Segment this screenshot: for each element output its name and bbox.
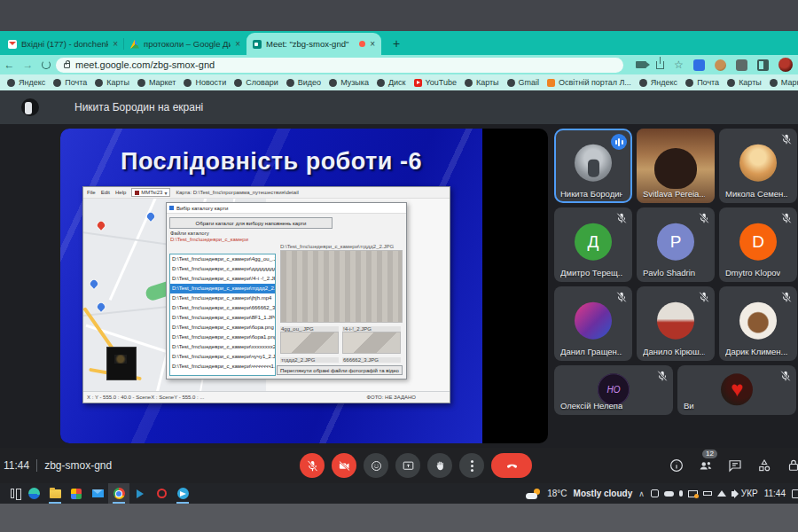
participant-tile[interactable]: Никита Бородин: [554, 129, 632, 203]
thumbnail[interactable]: !4-i-!_2.JPG: [342, 326, 401, 354]
extensions-puzzle-icon[interactable]: [736, 59, 747, 71]
participant-tile[interactable]: НО Олексій Нелепа: [554, 365, 673, 415]
participant-tile[interactable]: Svitlava Pereia...: [637, 129, 715, 203]
camera-in-use-icon[interactable]: [636, 61, 646, 68]
file-list-item[interactable]: D:\Test_fmc\шедеври_с_камери\чучу1_2.JPG: [170, 352, 275, 362]
file-list-item[interactable]: D:\Test_fmc\шедеври_с_камери\бора1.png: [170, 332, 275, 342]
file-list-item[interactable]: D:\Test_fmc\шедеври_с_камери\бора.png: [170, 323, 275, 332]
bing-button[interactable]: [129, 483, 151, 504]
address-bar[interactable]: meet.google.com/zbg-smox-gnd: [56, 58, 623, 73]
menu-edit[interactable]: Edit: [101, 190, 110, 195]
tab-close-icon[interactable]: [370, 39, 375, 49]
notification-center-icon[interactable]: [792, 489, 798, 498]
participant-tile[interactable]: Данил Гращен...: [554, 286, 632, 361]
file-list-item[interactable]: D:\Test_fmc\шедеври_с_камери\ччччччч1.JP…: [170, 362, 275, 372]
file-list-item[interactable]: D:\Test_fmc\шедеври_с_камери\дддддддд2_4…: [170, 264, 275, 274]
opera-button[interactable]: [151, 483, 172, 504]
tab-close-icon[interactable]: [235, 39, 240, 49]
participant-tile[interactable]: D Dmytro Klopov: [719, 207, 797, 282]
bookmark-item[interactable]: Словари: [234, 78, 278, 87]
extension-translate-icon[interactable]: [693, 59, 705, 71]
file-list[interactable]: D:\Test_fmc\шедеври_с_камери\4gg_ou_.JPG…: [169, 254, 276, 376]
back-icon[interactable]: [0, 59, 19, 71]
wifi-icon[interactable]: [717, 490, 726, 497]
host-controls-button[interactable]: [786, 458, 798, 473]
bookmark-item[interactable]: Почта: [685, 78, 719, 87]
mic-toggle-button[interactable]: [300, 453, 325, 478]
thumbnail[interactable]: 666662_3.JPG: [342, 357, 401, 363]
reactions-button[interactable]: [364, 453, 388, 478]
edge-button[interactable]: [23, 483, 44, 504]
view-files-button[interactable]: Переглянути обрані файли фотографій та в…: [277, 365, 403, 375]
browser-tab[interactable]: протоколи – Google Диск: [124, 33, 246, 55]
participant-tile[interactable]: Д Дмитро Терещ...: [554, 207, 632, 282]
bookmark-item[interactable]: Яндекс: [7, 78, 45, 87]
thumbnail[interactable]: 4gg_ou_.JPG: [280, 326, 339, 354]
bookmark-item[interactable]: Почта: [53, 78, 87, 87]
bookmark-item[interactable]: Освітній портал Л...: [547, 78, 631, 87]
bookmark-item[interactable]: Музыка: [329, 78, 369, 87]
telegram-button[interactable]: [172, 483, 193, 504]
participant-tile[interactable]: Данило Кірюш...: [637, 286, 715, 361]
file-list-item[interactable]: D:\Test_fmc\шедеври_с_камери\jhjh.mp4: [170, 293, 275, 303]
screen-share-indicator-icon[interactable]: [688, 490, 698, 497]
file-list-item[interactable]: D:\Test_fmc\шедеври_с_камери\4gg_ou_.JPG: [170, 254, 275, 264]
browser-tab[interactable]: Meet: "zbg-smox-gnd": [246, 33, 381, 55]
participant-tile[interactable]: Дарик Климен...: [719, 286, 797, 361]
file-list-item[interactable]: D:\Test_fmc\шедеври_с_камери\8F1_1.JPG: [170, 313, 275, 323]
menu-help[interactable]: Help: [115, 190, 126, 195]
raise-hand-button[interactable]: [427, 453, 452, 478]
menu-file[interactable]: File: [87, 190, 96, 195]
tray-app-icon[interactable]: [651, 489, 659, 497]
file-list-item[interactable]: D:\Test_fmc\шедеври_с_камери\тгддд2_2.JP…: [170, 284, 275, 293]
extension-icon[interactable]: [715, 59, 726, 71]
reload-icon[interactable]: [42, 60, 51, 69]
end-call-button[interactable]: [491, 453, 532, 478]
file-list-item[interactable]: D:\Test_fmc\шедеври_с_камери\!4-i -!_2.J…: [170, 274, 275, 284]
battery-icon[interactable]: [703, 491, 712, 496]
bookmark-item[interactable]: Карты: [95, 78, 129, 87]
thumbnail[interactable]: тгддд2_2.JPG: [280, 357, 339, 363]
photos-button[interactable]: [66, 483, 87, 504]
file-list-item[interactable]: D:\Test_fmc\шедеври_с_камери\хххххххх2.m…: [170, 342, 275, 352]
meeting-details-button[interactable]: [669, 458, 685, 473]
present-button[interactable]: [395, 453, 420, 478]
bookmark-item[interactable]: Яндекс: [639, 78, 677, 87]
bookmark-item[interactable]: Маркет: [137, 78, 176, 87]
bookmark-item[interactable]: Карты: [465, 78, 499, 87]
map-combo[interactable]: MMTsi23: [131, 188, 170, 197]
mail-button[interactable]: [87, 483, 108, 504]
share-icon[interactable]: [656, 61, 664, 69]
tray-mic-icon[interactable]: [679, 490, 683, 497]
weather-icon[interactable]: [526, 489, 541, 499]
weather-label[interactable]: Mostly cloudy: [574, 489, 633, 498]
bookmark-item[interactable]: Маркет: [770, 78, 798, 87]
participant-tile[interactable]: P Pavlo Shadrin: [637, 207, 715, 282]
chat-panel-button[interactable]: [727, 458, 743, 473]
dialog-titlebar[interactable]: Вибір каталогу карти: [167, 203, 406, 214]
onedrive-icon[interactable]: [664, 491, 674, 497]
bookmark-item[interactable]: YouTube: [414, 78, 457, 87]
participant-tile[interactable]: ♥ Ви: [677, 365, 796, 415]
taskbar-clock[interactable]: 11:44: [764, 489, 786, 498]
participant-tile[interactable]: Микола Семен...: [719, 129, 797, 203]
profile-avatar[interactable]: [778, 58, 793, 72]
tab-close-icon[interactable]: [113, 39, 118, 49]
more-options-button[interactable]: [459, 453, 484, 478]
temperature-label[interactable]: 18°C: [547, 489, 567, 498]
choose-catalog-button[interactable]: Обрати каталог для вибору наповнень карт…: [169, 217, 332, 229]
bookmark-star-icon[interactable]: [674, 59, 684, 70]
volume-icon[interactable]: [732, 491, 735, 497]
bookmark-item[interactable]: Видео: [286, 78, 321, 87]
task-view-button[interactable]: [2, 483, 23, 504]
new-tab-button[interactable]: +: [387, 34, 406, 53]
tray-overflow-icon[interactable]: [638, 489, 645, 498]
browser-tab[interactable]: Вхідні (177) - donchenko.lana77: [2, 33, 124, 55]
bookmark-item[interactable]: Карты: [727, 78, 762, 87]
side-panel-icon[interactable]: [757, 59, 769, 71]
file-explorer-button[interactable]: [44, 483, 66, 504]
chrome-button[interactable]: [108, 483, 129, 504]
bookmark-item[interactable]: Новости: [184, 78, 226, 87]
map-photo-thumbnail[interactable]: [106, 347, 137, 380]
file-list-item[interactable]: D:\Test_fmc\шедеври_с_камери\666662_3.JP…: [170, 303, 275, 313]
